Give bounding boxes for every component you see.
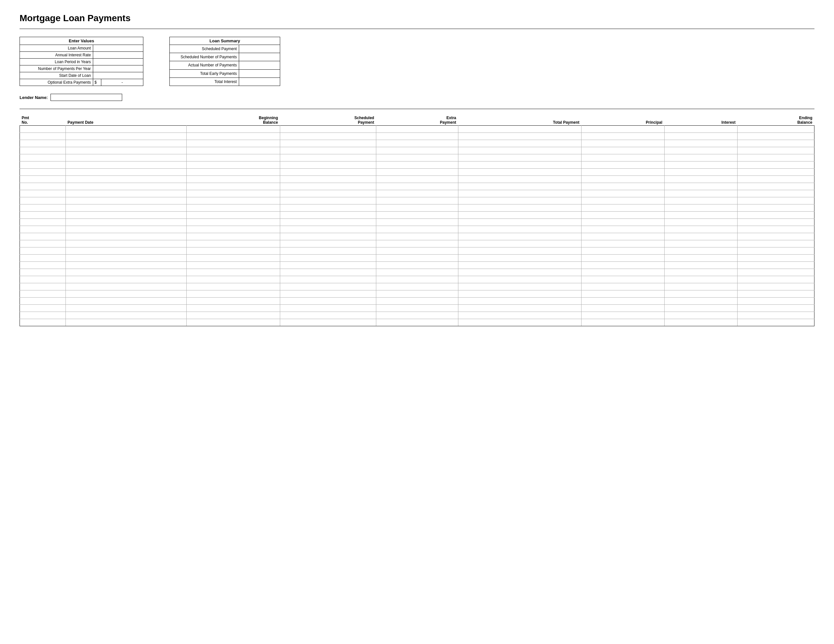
cell-22-6[interactable] bbox=[581, 283, 664, 291]
cell-12-5[interactable] bbox=[458, 211, 581, 219]
cell-22-4[interactable] bbox=[376, 283, 458, 291]
cell-19-0[interactable] bbox=[20, 262, 66, 269]
cell-7-0[interactable] bbox=[20, 176, 66, 183]
cell-17-8[interactable] bbox=[737, 247, 815, 255]
cell-20-8[interactable] bbox=[737, 269, 815, 276]
cell-26-4[interactable] bbox=[376, 312, 458, 319]
cell-1-8[interactable] bbox=[737, 133, 815, 140]
cell-0-6[interactable] bbox=[581, 126, 664, 133]
cell-5-4[interactable] bbox=[376, 161, 458, 169]
cell-5-8[interactable] bbox=[737, 161, 815, 169]
cell-19-7[interactable] bbox=[664, 262, 737, 269]
cell-8-1[interactable] bbox=[65, 183, 186, 190]
cell-25-6[interactable] bbox=[581, 305, 664, 312]
cell-5-2[interactable] bbox=[186, 161, 280, 169]
cell-4-6[interactable] bbox=[581, 154, 664, 161]
cell-13-5[interactable] bbox=[458, 219, 581, 226]
cell-21-5[interactable] bbox=[458, 276, 581, 283]
cell-26-6[interactable] bbox=[581, 312, 664, 319]
cell-14-5[interactable] bbox=[458, 226, 581, 233]
cell-6-4[interactable] bbox=[376, 169, 458, 176]
cell-12-6[interactable] bbox=[581, 211, 664, 219]
cell-21-4[interactable] bbox=[376, 276, 458, 283]
cell-22-0[interactable] bbox=[20, 283, 66, 291]
cell-3-3[interactable] bbox=[280, 147, 376, 154]
cell-20-2[interactable] bbox=[186, 269, 280, 276]
cell-13-3[interactable] bbox=[280, 219, 376, 226]
cell-16-8[interactable] bbox=[737, 240, 815, 247]
cell-12-7[interactable] bbox=[664, 211, 737, 219]
cell-2-7[interactable] bbox=[664, 140, 737, 147]
cell-14-3[interactable] bbox=[280, 226, 376, 233]
cell-23-4[interactable] bbox=[376, 291, 458, 298]
cell-26-3[interactable] bbox=[280, 312, 376, 319]
cell-22-5[interactable] bbox=[458, 283, 581, 291]
ls-value-2[interactable] bbox=[239, 61, 280, 69]
cell-1-2[interactable] bbox=[186, 133, 280, 140]
cell-8-8[interactable] bbox=[737, 183, 815, 190]
cell-24-5[interactable] bbox=[458, 298, 581, 305]
cell-4-3[interactable] bbox=[280, 154, 376, 161]
cell-21-0[interactable] bbox=[20, 276, 66, 283]
cell-19-3[interactable] bbox=[280, 262, 376, 269]
cell-27-8[interactable] bbox=[737, 319, 815, 326]
cell-1-0[interactable] bbox=[20, 133, 66, 140]
cell-0-4[interactable] bbox=[376, 126, 458, 133]
cell-2-0[interactable] bbox=[20, 140, 66, 147]
cell-1-1[interactable] bbox=[65, 133, 186, 140]
cell-20-0[interactable] bbox=[20, 269, 66, 276]
cell-18-2[interactable] bbox=[186, 255, 280, 262]
cell-8-3[interactable] bbox=[280, 183, 376, 190]
cell-10-6[interactable] bbox=[581, 197, 664, 205]
cell-18-4[interactable] bbox=[376, 255, 458, 262]
cell-21-8[interactable] bbox=[737, 276, 815, 283]
cell-24-8[interactable] bbox=[737, 298, 815, 305]
cell-27-0[interactable] bbox=[20, 319, 66, 326]
ev-value-5[interactable]: - bbox=[101, 79, 143, 86]
cell-27-6[interactable] bbox=[581, 319, 664, 326]
cell-9-5[interactable] bbox=[458, 190, 581, 197]
cell-2-5[interactable] bbox=[458, 140, 581, 147]
cell-1-3[interactable] bbox=[280, 133, 376, 140]
cell-11-0[interactable] bbox=[20, 205, 66, 211]
cell-27-1[interactable] bbox=[65, 319, 186, 326]
cell-24-3[interactable] bbox=[280, 298, 376, 305]
cell-7-2[interactable] bbox=[186, 176, 280, 183]
cell-23-6[interactable] bbox=[581, 291, 664, 298]
cell-10-2[interactable] bbox=[186, 197, 280, 205]
cell-12-1[interactable] bbox=[65, 211, 186, 219]
cell-19-4[interactable] bbox=[376, 262, 458, 269]
cell-17-1[interactable] bbox=[65, 247, 186, 255]
cell-1-7[interactable] bbox=[664, 133, 737, 140]
cell-22-3[interactable] bbox=[280, 283, 376, 291]
cell-3-1[interactable] bbox=[65, 147, 186, 154]
cell-24-6[interactable] bbox=[581, 298, 664, 305]
ls-value-4[interactable] bbox=[239, 77, 280, 86]
cell-22-2[interactable] bbox=[186, 283, 280, 291]
cell-10-8[interactable] bbox=[737, 197, 815, 205]
cell-2-3[interactable] bbox=[280, 140, 376, 147]
cell-0-5[interactable] bbox=[458, 126, 581, 133]
cell-8-7[interactable] bbox=[664, 183, 737, 190]
cell-5-5[interactable] bbox=[458, 161, 581, 169]
cell-20-3[interactable] bbox=[280, 269, 376, 276]
cell-10-0[interactable] bbox=[20, 197, 66, 205]
cell-17-2[interactable] bbox=[186, 247, 280, 255]
cell-6-8[interactable] bbox=[737, 169, 815, 176]
cell-5-0[interactable] bbox=[20, 161, 66, 169]
cell-11-1[interactable] bbox=[65, 205, 186, 211]
cell-24-1[interactable] bbox=[65, 298, 186, 305]
cell-2-8[interactable] bbox=[737, 140, 815, 147]
cell-6-6[interactable] bbox=[581, 169, 664, 176]
cell-27-2[interactable] bbox=[186, 319, 280, 326]
cell-22-1[interactable] bbox=[65, 283, 186, 291]
ev-value-2[interactable] bbox=[93, 59, 143, 65]
cell-21-6[interactable] bbox=[581, 276, 664, 283]
cell-4-2[interactable] bbox=[186, 154, 280, 161]
cell-18-8[interactable] bbox=[737, 255, 815, 262]
cell-16-7[interactable] bbox=[664, 240, 737, 247]
cell-18-7[interactable] bbox=[664, 255, 737, 262]
cell-7-3[interactable] bbox=[280, 176, 376, 183]
cell-9-0[interactable] bbox=[20, 190, 66, 197]
cell-0-2[interactable] bbox=[186, 126, 280, 133]
